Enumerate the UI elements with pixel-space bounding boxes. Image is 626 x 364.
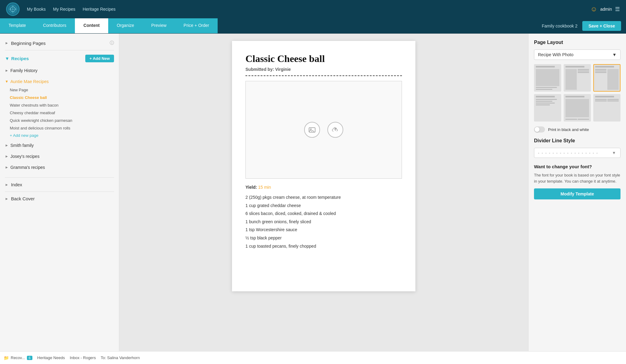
auntie-mae-header[interactable]: ▼ Auntie Mae Recipes <box>5 77 114 86</box>
sidebar-section-back-cover: ► Back Cover <box>0 193 119 204</box>
recipe-item-chicken[interactable]: Quick weeknight chicken parmesan <box>10 117 114 124</box>
folder-icon: 📁 <box>4 355 9 360</box>
recipe-item-meatloaf[interactable]: Cheesy cheddar meatloaf <box>10 109 114 117</box>
divider-style-dropdown[interactable]: - - - - - - - - - - - - - - - - - ▼ <box>534 148 620 158</box>
ingredient-1: 2 (250g) pkgs cream cheese, at room temp… <box>245 193 402 202</box>
nav-links: My Books My Recipes Heritage Recipes <box>27 7 583 12</box>
ingredient-2: 1 cup grated cheddar cheese <box>245 202 402 210</box>
chevron-right-icon: ► <box>5 41 9 45</box>
tab-content[interactable]: Content <box>75 18 108 33</box>
nav-my-recipes[interactable]: My Recipes <box>53 7 75 12</box>
joseys-label: Josey's recipes <box>10 154 39 159</box>
family-history-header[interactable]: ► Family History <box>5 66 114 75</box>
sidebar-auntie-mae: ▼ Auntie Mae Recipes New Page Classic Ch… <box>5 77 114 139</box>
info-icon[interactable]: ⓘ <box>110 40 114 46</box>
tab-preview[interactable]: Preview <box>143 18 175 33</box>
tab-template[interactable]: Template <box>0 18 35 33</box>
bottom-bar-item-3[interactable]: Inbox - Rogers <box>70 355 96 360</box>
tab-bar-right: Family cookbook 2 Save + Close <box>537 21 626 31</box>
page-preview: Classic Cheese ball Submitted by: Virgin… <box>232 41 415 291</box>
ingredient-7: 1 cup toasted pecans, finely chopped <box>245 242 402 250</box>
sidebar-joseys: ► Josey's recipes <box>5 152 114 161</box>
divider-value: - - - - - - - - - - - - - - - - - <box>538 151 598 155</box>
divider-2 <box>5 177 114 178</box>
upload-cloud-button[interactable] <box>327 122 343 138</box>
tab-bar: Template Contributors Content Organize P… <box>0 18 626 34</box>
right-panel: Page Layout Recipe With Photo ▼ <box>528 34 626 364</box>
tab-organize[interactable]: Organize <box>108 18 143 33</box>
submitted-by: Submitted by: Virginie <box>245 67 402 72</box>
beginning-pages-label: Beginning Pages <box>11 41 107 46</box>
divider-1 <box>5 50 114 50</box>
layout-thumb-6[interactable] <box>593 94 620 122</box>
bottom-item-1-label: Recov... <box>11 355 25 360</box>
ingredient-4: 1 bunch green onions, finely sliced <box>245 218 402 226</box>
tab-contributors[interactable]: Contributors <box>35 18 75 33</box>
sidebar-grammas: ► Gramma's recipes <box>5 163 114 172</box>
thumb-line <box>595 66 614 67</box>
recipe-title: Classic Cheese ball <box>245 53 402 64</box>
thumb-line <box>536 66 555 67</box>
yield-label: Yield: <box>245 185 257 190</box>
add-new-page-link[interactable]: + Add new page <box>10 132 114 139</box>
thumb-line <box>536 89 552 90</box>
nav-heritage-recipes[interactable]: Heritage Recipes <box>83 7 116 12</box>
grammas-header[interactable]: ► Gramma's recipes <box>5 163 114 172</box>
chevron-right-icon-gr: ► <box>5 165 9 169</box>
hamburger-menu-icon[interactable]: ☰ <box>615 6 620 13</box>
chevron-right-icon-sf: ► <box>5 143 9 147</box>
yield-value: 15 min <box>258 185 271 190</box>
modify-template-button[interactable]: Modify Template <box>534 188 620 199</box>
bottom-bar: 📁 Recov... 6 Heritage Needs Inbox - Roge… <box>0 351 626 364</box>
tab-price-order[interactable]: Price + Order <box>175 18 218 33</box>
layout-thumb-3[interactable] <box>593 64 620 92</box>
beginning-pages-header[interactable]: ► Beginning Pages ⓘ <box>0 37 119 49</box>
divider-chevron-icon: ▼ <box>612 151 617 155</box>
nav-right: ☺ admin ☰ <box>590 5 620 13</box>
recipe-item-cinnamon[interactable]: Moist and delicious cinnamon rolls <box>10 124 114 132</box>
font-title: Want to change your font? <box>534 164 620 169</box>
svg-point-5 <box>310 129 311 130</box>
back-cover-header[interactable]: ► Back Cover <box>0 193 119 204</box>
ingredients-list: 2 (250g) pkgs cream cheese, at room temp… <box>245 193 402 250</box>
layout-thumb-4[interactable] <box>534 94 561 122</box>
thumb-line <box>565 66 584 67</box>
ingredient-3: 6 slices bacon, diced, cooked, drained &… <box>245 209 402 218</box>
save-close-button[interactable]: Save + Close <box>582 21 621 31</box>
print-bw-label: Print in black and white <box>548 127 589 132</box>
recipe-item-chestnuts[interactable]: Water chestnuts with bacon <box>10 101 114 109</box>
print-bw-toggle-row: Print in black and white <box>534 126 620 133</box>
index-header[interactable]: ► Index <box>0 179 119 190</box>
joseys-header[interactable]: ► Josey's recipes <box>5 152 114 161</box>
upload-gallery-button[interactable] <box>304 122 320 138</box>
layout-dropdown[interactable]: Recipe With Photo ▼ <box>534 49 620 60</box>
submitted-by-label: Submitted by: <box>245 67 274 72</box>
grammas-label: Gramma's recipes <box>10 165 45 170</box>
photo-placeholder <box>245 81 402 179</box>
bottom-bar-item-1[interactable]: 📁 Recov... 6 <box>4 355 32 360</box>
content-area: Classic Cheese ball Submitted by: Virgin… <box>119 34 528 364</box>
smith-family-header[interactable]: ► Smith family <box>5 141 114 150</box>
bottom-item-2-label: Heritage Needs <box>37 355 65 360</box>
add-new-button[interactable]: + Add New <box>85 55 114 62</box>
chevron-right-icon-jr: ► <box>5 154 9 158</box>
chevron-right-icon-idx: ► <box>5 183 9 187</box>
layout-thumb-1[interactable] <box>534 64 561 92</box>
layout-thumb-5[interactable] <box>564 94 591 122</box>
sidebar: ► Beginning Pages ⓘ ▼ Recipes + Add New … <box>0 34 119 364</box>
sidebar-family-history: ► Family History <box>5 66 114 75</box>
recipe-item-cheeseball[interactable]: Classic Cheese ball <box>10 94 114 101</box>
recipe-item-new-page[interactable]: New Page <box>10 86 114 94</box>
nav-my-books[interactable]: My Books <box>27 7 46 12</box>
layout-thumb-2[interactable] <box>564 64 591 92</box>
recipes-header: ▼ Recipes + Add New <box>5 52 114 64</box>
divider-line-title: Divider Line Style <box>534 138 620 144</box>
bottom-item-4-label: To: Salina Vanderhorn <box>101 355 140 360</box>
app-logo[interactable] <box>6 2 20 16</box>
family-history-label: Family History <box>10 68 38 73</box>
bottom-bar-item-2[interactable]: Heritage Needs <box>37 355 65 360</box>
print-bw-toggle[interactable] <box>534 126 545 133</box>
index-label: Index <box>11 182 114 187</box>
bottom-bar-item-4[interactable]: To: Salina Vanderhorn <box>101 355 140 360</box>
recipes-title[interactable]: ▼ Recipes <box>5 56 29 61</box>
